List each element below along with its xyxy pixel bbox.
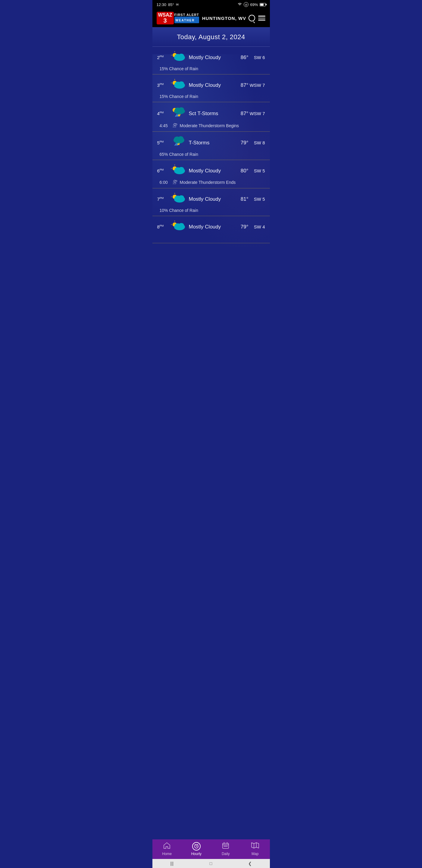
hourly-sub-row: 10% Chance of Rain: [157, 208, 265, 213]
sub-text: 10% Chance of Rain: [160, 208, 198, 213]
wifi-icon: [237, 2, 242, 7]
hourly-item: 4PM Sct T-Storms 87° WSW 7 4:45 ⛈ Modera…: [153, 102, 270, 132]
sub-weather-icon: ⛈: [172, 180, 177, 185]
logo: WSAZ 3 FIRST ALERT WEATHER: [157, 12, 199, 24]
search-icon[interactable]: [249, 15, 255, 22]
weather-text: WEATHER: [175, 19, 195, 22]
hourly-item: 8PM Mostly Cloudy 79° SW 4: [153, 216, 270, 243]
menu-line-1: [258, 16, 265, 17]
hourly-main-row: 6PM Mostly Cloudy 80° SW 5: [157, 164, 265, 177]
hourly-sub-row: 4:45 ⛈ Moderate Thunderstorm Begins: [157, 123, 265, 128]
hourly-temp: 87°: [233, 111, 249, 117]
hourly-sub-row: 65% Chance of Rain: [157, 152, 265, 157]
hourly-item: 5PM T-Storms 79° SW 8 65% Chance of Rain: [153, 132, 270, 160]
hourly-item: 6PM Mostly Cloudy 80° SW 5 6:00 ⛈ Modera…: [153, 160, 270, 188]
hourly-temp: 81°: [233, 196, 249, 202]
hourly-main-row: 2PM Mostly Cloudy 86° SW 6: [157, 51, 265, 64]
hourly-condition: T-Storms: [186, 140, 233, 146]
sub-weather-icon: ⛈: [172, 123, 177, 128]
svg-point-19: [178, 107, 184, 112]
hourly-sub-row: 15% Chance of Rain: [157, 94, 265, 99]
hourly-wind: SW 6: [249, 55, 265, 60]
hourly-main-row: 3PM Mostly Cloudy 87° WSW 7: [157, 79, 265, 92]
logo-wsaz: WSAZ: [158, 13, 172, 18]
hourly-sub-row: 15% Chance of Rain: [157, 66, 265, 71]
battery-icon: [260, 3, 266, 6]
logo-text: FIRST ALERT WEATHER: [174, 13, 199, 23]
hourly-time: 8PM: [157, 224, 171, 229]
weather-bar: WEATHER: [174, 17, 199, 23]
svg-point-26: [178, 136, 184, 141]
hourly-wind: WSW 7: [249, 111, 265, 116]
hourly-item: 3PM Mostly Cloudy 87° WSW 7 15% Chance o…: [153, 74, 270, 102]
hourly-time: 7PM: [157, 196, 171, 202]
dnd-icon: ⊘: [244, 2, 249, 7]
hourly-wind: SW 8: [249, 140, 265, 145]
hourly-time: 5PM: [157, 140, 171, 145]
hourly-item: 2PM Mostly Cloudy 86° SW 6 15% Chance of…: [153, 47, 270, 74]
hourly-condition: Mostly Cloudy: [186, 55, 233, 61]
hourly-sub-row: 6:00 ⛈ Moderate Thunderstorm Ends: [157, 180, 265, 185]
hourly-time: 6PM: [157, 168, 171, 173]
weather-icon: [171, 164, 186, 177]
date-text: Today, August 2, 2024: [177, 33, 245, 41]
hourly-condition: Mostly Cloudy: [186, 224, 233, 230]
time-display: 12:30: [157, 2, 167, 7]
hourly-wind: SW 4: [249, 224, 265, 229]
logo-num: 3: [163, 18, 167, 24]
battery-percent: 69%: [250, 2, 258, 7]
weather-icon: [171, 106, 186, 121]
menu-line-3: [258, 20, 265, 21]
date-header: Today, August 2, 2024: [153, 27, 270, 47]
weather-icon: [171, 193, 186, 206]
hourly-time: 3PM: [157, 83, 171, 88]
hourly-temp: 86°: [233, 55, 249, 61]
location-display[interactable]: HUNTINGTON, WV: [202, 15, 255, 22]
hourly-list: 2PM Mostly Cloudy 86° SW 6 15% Chance of…: [153, 47, 270, 243]
hourly-wind: SW 5: [249, 196, 265, 202]
svg-point-54: [178, 223, 184, 227]
hourly-temp: 79°: [233, 224, 249, 230]
sub-time: 4:45: [160, 123, 170, 128]
hourly-condition: Mostly Cloudy: [186, 196, 233, 202]
menu-button[interactable]: [258, 16, 265, 21]
svg-point-46: [178, 195, 184, 199]
app-header: WSAZ 3 FIRST ALERT WEATHER HUNTINGTON, W…: [153, 9, 270, 27]
sub-text: Moderate Thunderstorm Ends: [180, 180, 236, 185]
hourly-wind: SW 5: [249, 168, 265, 173]
svg-point-38: [178, 167, 184, 171]
sub-time: 6:00: [160, 180, 170, 185]
svg-point-7: [178, 54, 184, 58]
hourly-temp: 79°: [233, 140, 249, 146]
weather-icon: [171, 79, 186, 92]
hourly-main-row: 5PM T-Storms 79° SW 8: [157, 136, 265, 150]
sub-text: 65% Chance of Rain: [160, 152, 198, 157]
hourly-main-row: 8PM Mostly Cloudy 79° SW 4: [157, 220, 265, 233]
hourly-item: 7PM Mostly Cloudy 81° SW 5 10% Chance of…: [153, 188, 270, 216]
hourly-wind: WSW 7: [249, 83, 265, 88]
hourly-time: 4PM: [157, 111, 171, 116]
first-alert-text: FIRST ALERT: [174, 13, 199, 17]
svg-point-15: [178, 82, 184, 86]
sub-text: 15% Chance of Rain: [160, 66, 198, 71]
status-bar: 12:30 85° ✉ ⊘ 69%: [153, 0, 270, 9]
weather-icon: [171, 51, 186, 64]
weather-icon: [171, 220, 186, 233]
status-left: 12:30 85° ✉: [157, 2, 178, 7]
status-right: ⊘ 69%: [237, 2, 265, 7]
notification-icon: ✉: [176, 3, 178, 7]
hourly-temp: 80°: [233, 168, 249, 174]
hourly-main-row: 7PM Mostly Cloudy 81° SW 5: [157, 193, 265, 206]
location-text: HUNTINGTON, WV: [202, 16, 246, 21]
hourly-main-row: 4PM Sct T-Storms 87° WSW 7: [157, 106, 265, 121]
hourly-condition: Mostly Cloudy: [186, 168, 233, 174]
hourly-condition: Mostly Cloudy: [186, 82, 233, 88]
menu-line-2: [258, 18, 265, 19]
hourly-temp: 87°: [233, 82, 249, 88]
temp-display: 85°: [168, 2, 174, 7]
sub-text: 15% Chance of Rain: [160, 94, 198, 99]
weather-icon: [171, 136, 186, 150]
hourly-condition: Sct T-Storms: [186, 111, 233, 117]
hourly-time: 2PM: [157, 55, 171, 60]
logo-box: WSAZ 3: [157, 12, 174, 24]
